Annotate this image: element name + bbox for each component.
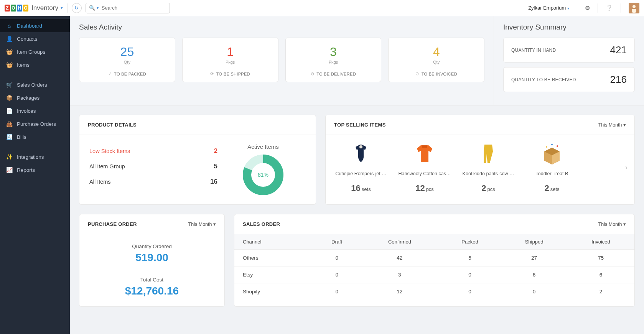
chevron-down-icon: ▾ — [623, 222, 626, 227]
product-detail-row[interactable]: All Items16 — [88, 174, 219, 189]
sidebar-item-purchase-orders[interactable]: 👜Purchase Orders — [0, 117, 70, 130]
sidebar-item-label: Bills — [17, 134, 26, 140]
inventory-summary-section: Inventory Summary QUANTITY IN HAND421QUA… — [494, 16, 644, 105]
search-scope-caret-icon[interactable]: ▾ — [97, 6, 99, 10]
chevron-down-icon: ▾ — [213, 222, 216, 227]
panel-title: SALES ORDER — [243, 221, 280, 227]
sidebar-item-bills[interactable]: 🧾Bills — [0, 130, 70, 143]
product-image — [349, 142, 373, 166]
top-selling-item[interactable]: Hanswooly Cotton cas…12pcs — [394, 142, 455, 193]
period-dropdown[interactable]: This Month ▾ — [598, 221, 626, 227]
sidebar-item-item-groups[interactable]: 🧺Item Groups — [0, 45, 70, 58]
table-row: Others04252775 — [234, 250, 634, 267]
product-qty: 2sets — [521, 183, 583, 193]
help-icon[interactable]: ❔ — [606, 5, 613, 12]
period-dropdown[interactable]: This Month ▾ — [188, 221, 216, 227]
table-cell: Shopify — [234, 283, 313, 300]
svg-point-2 — [359, 145, 362, 148]
avatar[interactable] — [629, 3, 639, 13]
activity-label: ⊖TO BE DELIVERED — [290, 71, 377, 76]
table-cell: 27 — [501, 250, 567, 267]
active-items-chart: Active Items 81% — [219, 143, 307, 196]
summary-value: 421 — [610, 44, 627, 56]
chevron-down-icon: ▾ — [623, 122, 626, 128]
sidebar-item-label: Dashboard — [17, 23, 42, 29]
divider — [68, 3, 68, 13]
svg-point-5 — [551, 144, 553, 145]
detail-value: 5 — [214, 163, 217, 170]
sidebar-item-label: Purchase Orders — [17, 121, 56, 127]
table-header: Draft — [313, 234, 361, 250]
table-cell: 0 — [439, 267, 501, 283]
gear-icon[interactable]: ⚙ — [585, 5, 590, 12]
summary-value: 216 — [610, 74, 627, 86]
status-icon: ⊙ — [415, 71, 419, 76]
product-detail-row[interactable]: All Item Group5 — [88, 159, 219, 174]
table-header: Invoiced — [567, 234, 634, 250]
search-input[interactable] — [102, 5, 166, 11]
panel-title: TOP SELLING ITEMS — [334, 122, 386, 128]
section-title: Sales Activity — [79, 23, 484, 31]
product-name: Hanswooly Cotton cas… — [394, 171, 455, 176]
spark-icon: ✨ — [6, 154, 12, 160]
sidebar-item-contacts[interactable]: 👤Contacts — [0, 32, 70, 45]
sidebar-item-label: Item Groups — [17, 49, 45, 55]
top-selling-item[interactable]: Toddler Treat B2sets — [521, 142, 583, 193]
activity-card-to-be-delivered[interactable]: 3Pkgs⊖TO BE DELIVERED — [285, 38, 382, 82]
activity-card-to-be-shipped[interactable]: 1Pkgs⟳TO BE SHIPPED — [182, 38, 278, 82]
chart-icon: 📈 — [6, 167, 12, 173]
sidebar-item-packages[interactable]: 📦Packages — [0, 91, 70, 104]
app-name[interactable]: Inventory — [31, 4, 58, 12]
divider — [621, 3, 621, 13]
activity-label: ⊙TO BE INVOICED — [392, 71, 480, 76]
sidebar-item-integrations[interactable]: ✨Integrations — [0, 150, 70, 163]
sidebar-item-label: Packages — [17, 95, 40, 101]
basket-icon: 🧺 — [6, 62, 12, 68]
app-switcher-caret-icon[interactable]: ▼ — [60, 6, 64, 10]
top-selling-item[interactable]: Cutiepie Rompers-jet …16sets — [330, 142, 392, 193]
summary-label: QUANTITY IN HAND — [511, 48, 556, 53]
activity-value: 1 — [186, 45, 274, 59]
total-cost-label: Total Cost — [83, 277, 221, 283]
period-dropdown[interactable]: This Month ▾ — [598, 122, 626, 128]
sidebar-item-reports[interactable]: 📈Reports — [0, 163, 70, 176]
cart-icon: 🛒 — [6, 82, 12, 88]
product-name: Toddler Treat B — [521, 171, 583, 176]
sidebar-item-items[interactable]: 🧺Items — [0, 58, 70, 71]
next-arrow-icon[interactable]: › — [625, 163, 633, 171]
sidebar: ⌂Dashboard👤Contacts🧺Item Groups🧺Items🛒Sa… — [0, 16, 70, 316]
table-cell: Others — [234, 250, 313, 267]
activity-unit: Pkgs — [290, 60, 377, 64]
product-image — [540, 142, 564, 166]
activity-card-to-be-invoiced[interactable]: 4Qty⊙TO BE INVOICED — [388, 38, 484, 82]
activity-unit: Qty — [83, 60, 171, 64]
table-cell: 3 — [361, 267, 439, 283]
file-icon: 📄 — [6, 108, 12, 114]
sidebar-item-sales-orders[interactable]: 🛒Sales Orders — [0, 78, 70, 91]
sidebar-item-dashboard[interactable]: ⌂Dashboard — [0, 19, 70, 32]
box-icon: 📦 — [6, 95, 12, 101]
search-icon: 🔍 — [89, 5, 95, 11]
svg-point-3 — [546, 146, 547, 148]
user-icon: 👤 — [6, 36, 12, 42]
activity-value: 4 — [392, 45, 480, 59]
activity-label: ⟳TO BE SHIPPED — [186, 71, 274, 76]
sidebar-item-invoices[interactable]: 📄Invoices — [0, 104, 70, 117]
activity-card-to-be-packed[interactable]: 25Qty✓TO BE PACKED — [79, 38, 175, 82]
activity-value: 3 — [290, 45, 377, 59]
recent-activity-button[interactable]: ↻ — [72, 3, 82, 13]
status-icon: ⊖ — [311, 71, 314, 76]
table-cell: 6 — [501, 267, 567, 283]
table-cell: Etsy — [234, 267, 313, 283]
table-cell: 5 — [439, 250, 501, 267]
top-selling-item[interactable]: Kool kiddo pants-cow …2pcs — [458, 142, 519, 193]
product-image — [476, 142, 500, 166]
product-qty: 2pcs — [458, 183, 519, 193]
org-switcher[interactable]: Zylkar Emporium ▾ — [528, 5, 569, 11]
activity-unit: Qty — [392, 60, 480, 64]
global-search[interactable]: 🔍 ▾ — [86, 3, 170, 13]
main-content: Sales Activity 25Qty✓TO BE PACKED1Pkgs⟳T… — [70, 16, 644, 316]
product-detail-row[interactable]: Low Stock Items2 — [88, 143, 219, 159]
sidebar-item-label: Integrations — [17, 154, 44, 160]
product-name: Kool kiddo pants-cow … — [458, 171, 519, 176]
